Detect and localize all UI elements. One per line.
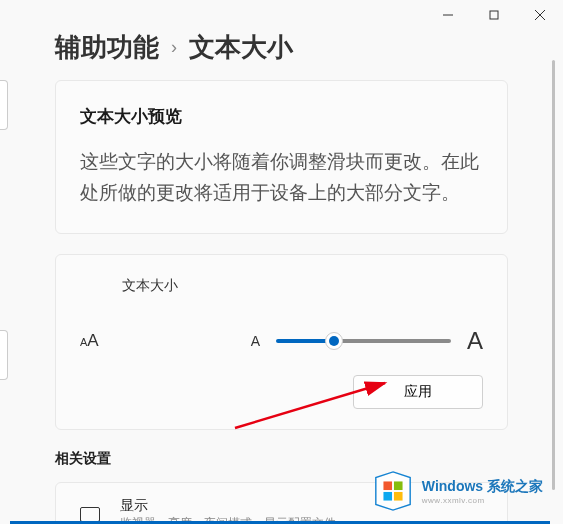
preview-title: 文本大小预览 bbox=[80, 105, 483, 128]
text-size-slider[interactable] bbox=[276, 339, 451, 343]
related-item-title: 显示 bbox=[120, 497, 336, 515]
window-titlebar bbox=[0, 0, 563, 30]
slider-min-label: A bbox=[251, 333, 260, 349]
close-button[interactable] bbox=[517, 0, 563, 30]
text-size-card: 文本大小 A A A A 应用 bbox=[55, 254, 508, 430]
slider-thumb[interactable] bbox=[325, 332, 343, 350]
svg-marker-5 bbox=[376, 472, 410, 510]
breadcrumb: 辅助功能 › 文本大小 bbox=[0, 30, 563, 80]
watermark: Windows 系统之家 www.xxmlv.com bbox=[372, 470, 543, 512]
slider-row: A A A A bbox=[80, 327, 483, 355]
svg-rect-7 bbox=[394, 481, 403, 490]
slider-label: 文本大小 bbox=[122, 277, 483, 295]
breadcrumb-current: 文本大小 bbox=[189, 30, 293, 65]
preview-text: 这些文字的大小将随着你调整滑块而更改。在此处所做的更改将适用于设备上的大部分文字… bbox=[80, 146, 483, 209]
windows-logo-icon bbox=[372, 470, 414, 512]
svg-rect-8 bbox=[383, 492, 392, 501]
watermark-url: www.xxmlv.com bbox=[422, 496, 543, 505]
monitor-icon bbox=[80, 507, 100, 522]
watermark-brand: Windows 系统之家 bbox=[422, 478, 543, 496]
slider-max-label: A bbox=[467, 327, 483, 355]
svg-rect-1 bbox=[490, 11, 498, 19]
chevron-right-icon: › bbox=[171, 37, 177, 58]
svg-rect-6 bbox=[383, 481, 392, 490]
related-section-title: 相关设置 bbox=[55, 450, 508, 468]
maximize-button[interactable] bbox=[471, 0, 517, 30]
svg-rect-9 bbox=[394, 492, 403, 501]
text-size-icon: A A bbox=[80, 331, 99, 351]
preview-card: 文本大小预览 这些文字的大小将随着你调整滑块而更改。在此处所做的更改将适用于设备… bbox=[55, 80, 508, 234]
breadcrumb-parent[interactable]: 辅助功能 bbox=[55, 30, 159, 65]
minimize-button[interactable] bbox=[425, 0, 471, 30]
apply-button[interactable]: 应用 bbox=[353, 375, 483, 409]
scrollbar[interactable] bbox=[552, 60, 555, 490]
